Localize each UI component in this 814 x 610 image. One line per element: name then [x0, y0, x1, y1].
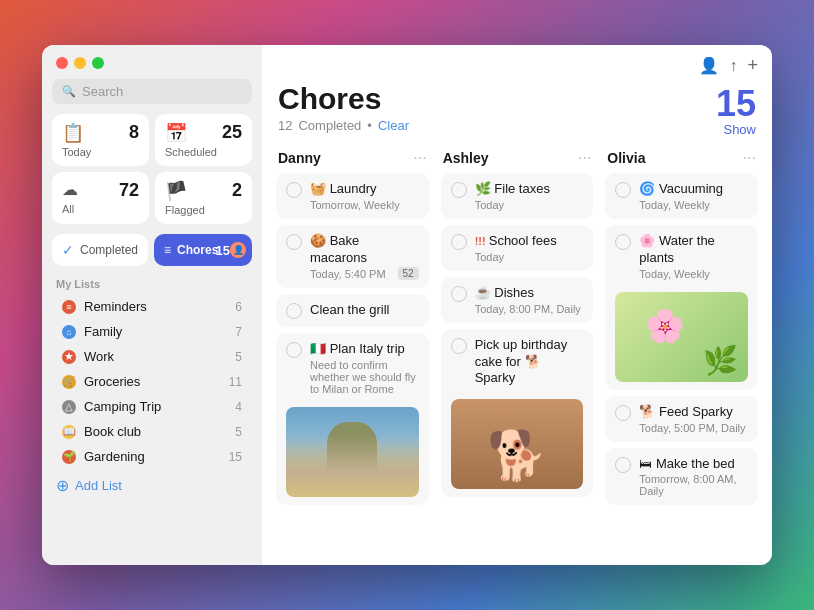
- all-smart-list[interactable]: ☁ 72 All: [52, 172, 149, 224]
- task-icon: 🐕: [639, 404, 659, 419]
- task-checkbox[interactable]: [615, 234, 631, 250]
- today-count: 8: [129, 122, 139, 143]
- share-icon[interactable]: ↑: [729, 57, 737, 75]
- flowers-image: [615, 292, 748, 382]
- close-button[interactable]: [56, 57, 68, 69]
- dog-image: [451, 399, 584, 489]
- chores-list-item[interactable]: ≡ Chores 15 👤: [154, 234, 252, 266]
- search-icon: 🔍: [62, 85, 76, 98]
- task-icon: 🌀: [639, 181, 659, 196]
- task-checkbox[interactable]: [286, 182, 302, 198]
- work-count: 5: [235, 350, 242, 364]
- search-box[interactable]: 🔍 Search: [52, 79, 252, 104]
- task-filetaxes: 🌿 File taxes Today: [441, 173, 594, 219]
- contacts-icon[interactable]: 👤: [699, 56, 719, 75]
- task-sub: Today: [475, 251, 584, 263]
- task-sub: Need to confirm whether we should fly to…: [310, 359, 419, 395]
- ashley-col-header: Ashley ···: [441, 143, 594, 173]
- danny-col-scroll[interactable]: 🧺 Laundry Tomorrow, Weekly 🍪 Bake macaro…: [276, 173, 429, 565]
- toolbar: 👤 ↑ +: [262, 45, 772, 82]
- search-placeholder: Search: [82, 84, 123, 99]
- completed-label: Completed: [80, 243, 138, 257]
- task-checkbox[interactable]: [451, 182, 467, 198]
- sidebar-item-groceries[interactable]: 🛒 Groceries 11: [48, 369, 256, 394]
- add-icon[interactable]: +: [747, 55, 758, 76]
- task-icon: 🧺: [310, 181, 330, 196]
- task-sub: Today, Weekly: [639, 268, 748, 280]
- olivia-more-icon[interactable]: ···: [743, 149, 756, 167]
- danny-column: Danny ··· 🧺 Laundry Tomorrow, Weekly: [270, 143, 435, 565]
- task-sub: Today: [475, 199, 584, 211]
- danny-col-header: Danny ···: [276, 143, 429, 173]
- completed-smart-list[interactable]: ✓ Completed: [52, 234, 148, 266]
- add-list-button[interactable]: ⊕ Add List: [42, 471, 262, 500]
- traffic-lights: [42, 57, 262, 79]
- smart-lists: 📋 8 Today 📅 25 Scheduled ☁ 72 All: [42, 114, 262, 234]
- task-title: ☕ Dishes: [475, 285, 584, 302]
- scheduled-icon: 📅: [165, 122, 187, 144]
- completed-row: ✓ Completed ≡ Chores 15 👤: [42, 234, 262, 274]
- ashley-more-icon[interactable]: ···: [578, 149, 591, 167]
- sidebar-item-gardening[interactable]: 🌱 Gardening 15: [48, 444, 256, 469]
- task-make-bed: 🛏 Make the bed Tomorrow, 8:00 AM, Daily: [605, 448, 758, 506]
- chores-avatar: 👤: [230, 242, 246, 258]
- olivia-col-scroll[interactable]: 🌀 Vacuuming Today, Weekly 🌸 Water the pl…: [605, 173, 758, 565]
- task-macarons: 🍪 Bake macarons Today, 5:40 PM 52: [276, 225, 429, 288]
- task-checkbox[interactable]: [451, 338, 467, 354]
- main-content: 👤 ↑ + Chores 12 Completed • Clear 15 Sho…: [262, 45, 772, 565]
- task-checkbox[interactable]: [286, 234, 302, 250]
- italy-image: [286, 407, 419, 497]
- today-smart-list[interactable]: 📋 8 Today: [52, 114, 149, 166]
- task-title: !!! School fees: [475, 233, 584, 250]
- sidebar-item-reminders[interactable]: ≡ Reminders 6: [48, 294, 256, 319]
- show-button[interactable]: Show: [716, 122, 756, 137]
- task-title: 🌀 Vacuuming: [639, 181, 748, 198]
- list-title: Chores: [278, 82, 409, 116]
- task-checkbox[interactable]: [286, 303, 302, 319]
- app-window: 🔍 Search 📋 8 Today 📅 25 Scheduled: [42, 45, 772, 565]
- task-checkbox[interactable]: [615, 182, 631, 198]
- sidebar-item-work[interactable]: ★ Work 5: [48, 344, 256, 369]
- task-icon: 🇮🇹: [310, 341, 330, 356]
- main-header: Chores 12 Completed • Clear 15 Show: [262, 82, 772, 143]
- task-icon: 🌸: [639, 233, 659, 248]
- family-count: 7: [235, 325, 242, 339]
- task-birthday-cake: Pick up birthday cake for 🐕 Sparky: [441, 329, 594, 498]
- flagged-icon: 🏴: [165, 180, 187, 202]
- gardening-label: Gardening: [84, 449, 145, 464]
- work-label: Work: [84, 349, 114, 364]
- task-title: 🌿 File taxes: [475, 181, 584, 198]
- task-checkbox[interactable]: [615, 405, 631, 421]
- flagged-label: Flagged: [165, 204, 242, 216]
- clear-button[interactable]: Clear: [378, 118, 409, 133]
- task-checkbox[interactable]: [451, 286, 467, 302]
- minimize-button[interactable]: [74, 57, 86, 69]
- flagged-count: 2: [232, 180, 242, 201]
- task-sub: Today, 5:40 PM: [310, 268, 390, 280]
- flagged-smart-list[interactable]: 🏴 2 Flagged: [155, 172, 252, 224]
- fullscreen-button[interactable]: [92, 57, 104, 69]
- task-checkbox[interactable]: [615, 457, 631, 473]
- total-count: 15: [716, 86, 756, 122]
- all-icon: ☁: [62, 180, 78, 199]
- task-icon: 🛏: [639, 456, 656, 471]
- bookclub-dot: 📖: [62, 425, 76, 439]
- gardening-dot: 🌱: [62, 450, 76, 464]
- chores-list-count: 15: [216, 243, 230, 258]
- groceries-dot: 🛒: [62, 375, 76, 389]
- sidebar-item-family[interactable]: ⌂ Family 7: [48, 319, 256, 344]
- chores-list-icon: ≡: [164, 243, 171, 257]
- columns-container: Danny ··· 🧺 Laundry Tomorrow, Weekly: [262, 143, 772, 565]
- task-sub: Tomorrow, 8:00 AM, Daily: [639, 473, 748, 497]
- task-checkbox[interactable]: [451, 234, 467, 250]
- sidebar-item-bookclub[interactable]: 📖 Book club 5: [48, 419, 256, 444]
- task-checkbox[interactable]: [286, 342, 302, 358]
- reminders-dot: ≡: [62, 300, 76, 314]
- ashley-col-scroll[interactable]: 🌿 File taxes Today !!! School fees Today: [441, 173, 594, 565]
- danny-more-icon[interactable]: ···: [413, 149, 426, 167]
- sidebar-item-camping[interactable]: △ Camping Trip 4: [48, 394, 256, 419]
- camping-dot: △: [62, 400, 76, 414]
- bookclub-count: 5: [235, 425, 242, 439]
- task-icon: 🌿: [475, 181, 495, 196]
- scheduled-smart-list[interactable]: 📅 25 Scheduled: [155, 114, 252, 166]
